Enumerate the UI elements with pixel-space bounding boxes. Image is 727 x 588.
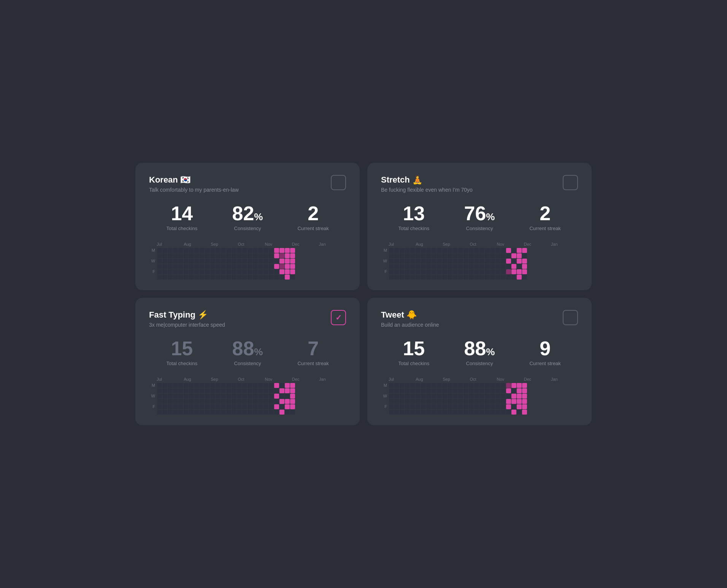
heatmap-korean: Jul Aug Sep Oct Nov Dec Jan M W F [149, 242, 346, 280]
heatmap-cell [469, 383, 474, 388]
heatmap-cell [389, 399, 394, 404]
heatmap-cell [432, 248, 437, 253]
heatmap-cell [210, 269, 215, 274]
heatmap-cell [263, 269, 268, 274]
heatmap-cell [426, 264, 431, 269]
complete-checkbox-tweet[interactable] [563, 310, 578, 325]
heatmap-cell [522, 275, 527, 280]
heatmap-cell [416, 259, 421, 264]
heatmap-cell [279, 404, 284, 409]
heatmap-cell [269, 399, 274, 404]
month-dec: Dec [292, 242, 319, 246]
heatmap-cell [458, 275, 463, 280]
card-title-area-fast-typing: Fast Typing ⚡ 3x me|computer interface s… [149, 310, 225, 328]
heatmap-cell [242, 404, 247, 409]
heatmap-cell [485, 404, 490, 409]
heatmap-cell [210, 259, 215, 264]
heatmap-cell [157, 259, 162, 264]
heatmap-week [178, 248, 183, 280]
heatmap-cell [394, 275, 399, 280]
heatmap-cell [469, 388, 474, 393]
heatmap-cell [469, 394, 474, 399]
heatmap-cell [426, 269, 431, 274]
heatmap-cell [394, 264, 399, 269]
heatmap-cell [442, 259, 447, 264]
heatmap-cell [221, 410, 226, 415]
heatmap-cell [242, 388, 247, 393]
heatmap-cell [389, 264, 394, 269]
heatmap-cell [464, 388, 468, 393]
heatmap-cell [437, 269, 442, 274]
heatmap-cell [421, 388, 426, 393]
heatmap-cell [426, 388, 431, 393]
heatmap-cell [194, 259, 199, 264]
heatmap-cell [279, 410, 284, 415]
heatmap-cell [200, 248, 205, 253]
heatmap-cell [290, 410, 295, 415]
heatmap-cell [485, 394, 490, 399]
heatmap-cell [458, 399, 463, 404]
heatmap-cell [290, 264, 295, 269]
heatmap-cell [410, 259, 415, 264]
heatmap-cell [200, 259, 205, 264]
heatmap-week [232, 383, 237, 415]
card-subtitle-tweet: Build an audience online [381, 322, 439, 328]
heatmap-cell [458, 410, 463, 415]
heatmap-cell [442, 383, 447, 388]
heatmap-cell [248, 394, 252, 399]
heatmap-cell [448, 253, 452, 258]
heatmap-cell [448, 275, 452, 280]
heatmap-cell [210, 248, 215, 253]
heatmap-cell [157, 264, 162, 269]
heatmap-cell [400, 264, 405, 269]
heatmap-cell [485, 264, 490, 269]
heatmap-cell [437, 259, 442, 264]
heatmap-week [479, 248, 484, 280]
heatmap-cell [226, 248, 231, 253]
heatmap-cell [274, 388, 279, 393]
heatmap-cell [442, 410, 447, 415]
heatmap-cell [506, 399, 511, 404]
heatmap-week [426, 383, 431, 415]
complete-checkbox[interactable] [331, 175, 346, 190]
heatmap-cell [232, 410, 237, 415]
heatmap-cell [448, 388, 452, 393]
heatmap-cell [448, 264, 452, 269]
heatmap-stretch: Jul Aug Sep Oct Nov Dec Jan M W F [381, 242, 578, 280]
heatmap-cell [501, 248, 506, 253]
complete-checkbox-stretch[interactable] [563, 175, 578, 190]
heatmap-week [506, 248, 511, 280]
heatmap-cell [479, 388, 484, 393]
heatmap-cell [216, 259, 221, 264]
heatmap-cell [426, 259, 431, 264]
heatmap-cell [248, 264, 252, 269]
heatmap-cell [517, 248, 522, 253]
heatmap-cell [490, 264, 495, 269]
heatmap-cell [173, 264, 178, 269]
row-m: M [149, 248, 155, 253]
heatmap-cell [263, 399, 268, 404]
heatmap-cell [389, 269, 394, 274]
heatmap-cell [432, 388, 437, 393]
stat-total-checkins-fast-typing: 15 Total checkins [149, 338, 215, 366]
heatmap-week [416, 383, 421, 415]
heatmap-cell [237, 404, 242, 409]
heatmap-cell [258, 383, 263, 388]
heatmap-cell [400, 248, 405, 253]
complete-checkbox-fast-typing[interactable] [331, 310, 346, 325]
heatmap-cell [184, 394, 189, 399]
heatmap-cell [263, 410, 268, 415]
stat-value-checkins-tweet: 15 [381, 338, 447, 358]
heatmap-cell [389, 248, 394, 253]
heatmap-cell [253, 404, 258, 409]
heatmap-cell [216, 275, 221, 280]
heatmap-cell [216, 404, 221, 409]
heatmap-cell [285, 275, 290, 280]
heatmap-cell [232, 404, 237, 409]
heatmap-cell [490, 248, 495, 253]
stat-value-streak-tweet: 9 [512, 338, 578, 358]
heatmap-cell [248, 404, 252, 409]
heatmap-cell [506, 259, 511, 264]
heatmap-cell [437, 388, 442, 393]
heatmap-week [248, 248, 252, 280]
